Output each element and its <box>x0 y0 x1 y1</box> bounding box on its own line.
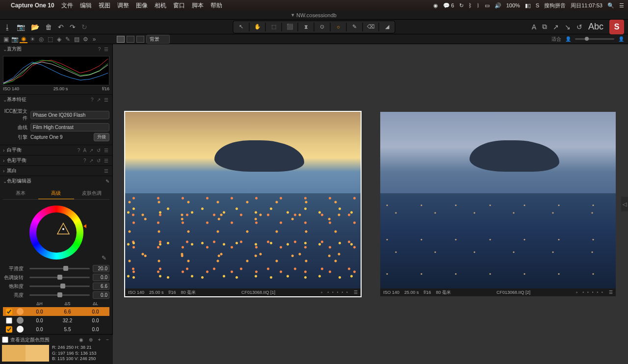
brush-tool-icon[interactable]: ✎ <box>350 23 360 31</box>
crop-tool-icon[interactable]: ⬚ <box>269 23 279 31</box>
panel-menu-icon[interactable]: ? ↗ ☰ <box>91 97 109 103</box>
image-thumbnail[interactable]: ISO 14025.00 sf/1680 毫米CF013068.IIQ [2]▫… <box>380 112 616 296</box>
lightness-slider[interactable] <box>29 294 90 296</box>
notification-icon[interactable]: ☰ <box>619 2 624 9</box>
spot-tool-icon[interactable]: ⊙ <box>317 23 327 31</box>
lightness-value[interactable]: 0.0 <box>93 291 109 299</box>
capture-icon[interactable]: 📷 <box>17 23 25 31</box>
tab-color-icon[interactable]: ◉ <box>20 35 27 43</box>
mask-tool-icon[interactable]: ○ <box>334 23 343 31</box>
globe-icon[interactable]: ◉ <box>79 337 85 342</box>
ce-tab-basic[interactable]: 基本 <box>3 188 38 199</box>
menu-edit[interactable]: 编辑 <box>80 1 92 10</box>
huerotation-value[interactable]: 0.0 <box>93 274 109 281</box>
menu-view[interactable]: 视图 <box>99 1 110 10</box>
view-range-checkbox[interactable] <box>2 337 8 343</box>
eyedropper-icon[interactable]: ✎ <box>102 255 106 261</box>
background-select[interactable]: 背景 <box>146 35 170 44</box>
delta-checkbox[interactable] <box>6 309 12 315</box>
bluetooth-icon[interactable]: ᛒ <box>469 2 472 8</box>
ce-tab-advanced[interactable]: 高级 <box>38 188 74 199</box>
smoothness-slider[interactable] <box>29 268 90 269</box>
ce-tab-skin[interactable]: 皮肤色调 <box>74 188 109 199</box>
target-icon[interactable]: ⊕ <box>89 337 95 342</box>
color-wheel[interactable] <box>29 206 83 260</box>
wechat-icon[interactable]: 💬 6 <box>443 2 454 9</box>
tab-more-icon[interactable]: » <box>90 35 98 43</box>
colorbalance-panel-header[interactable]: ›色彩平衡? ↗ ↺ ☰ <box>0 156 112 165</box>
tab-details-icon[interactable]: ◈ <box>55 35 63 43</box>
curve-select[interactable]: Film High Contrast <box>30 123 109 131</box>
battery-icon[interactable]: ▮▯ <box>525 2 531 9</box>
ime-label[interactable]: 搜狗拼音 <box>544 2 566 9</box>
app-name[interactable]: Capture One 10 <box>11 2 54 9</box>
smoothness-value[interactable]: 20.0 <box>93 265 109 272</box>
tab-lens-icon[interactable]: ◎ <box>37 35 45 43</box>
variant-icon[interactable]: ▫ <box>321 290 322 295</box>
hand-tool-icon[interactable]: ✋ <box>253 23 262 31</box>
view-grid-icon[interactable] <box>117 36 125 43</box>
view-single-icon[interactable] <box>127 36 134 43</box>
saturation-value[interactable]: 6.6 <box>93 283 109 290</box>
clock[interactable]: 周日11:07:53 <box>571 2 602 9</box>
keystone-tool-icon[interactable]: ⧗ <box>301 23 311 31</box>
saturation-slider[interactable] <box>29 286 90 287</box>
wifi-icon[interactable]: ⧘ <box>477 2 480 8</box>
copy-icon[interactable]: ⧉ <box>542 23 547 31</box>
zoom-user-icon[interactable]: 👤 <box>565 36 571 42</box>
trash-icon[interactable]: 🗑 <box>45 23 52 31</box>
wheel-triangle[interactable] <box>56 222 70 236</box>
delta-row[interactable]: 0.06.60.0 <box>3 307 109 316</box>
import-icon[interactable]: ⭳ <box>4 23 11 31</box>
search-icon[interactable]: 🔍 <box>607 2 614 9</box>
tab-exposure-icon[interactable]: ☀ <box>28 35 36 43</box>
undo-icon[interactable]: ↶ <box>58 23 64 31</box>
add-icon[interactable]: + <box>98 337 103 342</box>
abc-label[interactable]: Abc <box>588 22 603 32</box>
menu-script[interactable]: 脚本 <box>192 1 204 10</box>
color-patch-2[interactable] <box>26 345 49 362</box>
menu-camera[interactable]: 相机 <box>155 1 166 10</box>
straighten-tool-icon[interactable]: ⬛ <box>285 23 295 31</box>
menu-icon[interactable]: ☰ <box>354 290 358 295</box>
menu-image[interactable]: 图像 <box>136 1 148 10</box>
ime-icon[interactable]: S <box>536 2 539 8</box>
reset-icon[interactable]: ↺ <box>576 23 582 31</box>
annotate-icon[interactable]: A <box>532 23 536 31</box>
folder-icon[interactable]: 📂 <box>31 23 39 31</box>
display-icon[interactable]: ▭ <box>485 2 490 9</box>
delta-row[interactable]: 0.032.20.0 <box>3 316 109 325</box>
tab-crop-icon[interactable]: ⬚ <box>46 35 54 43</box>
tab-meta-icon[interactable]: ▤ <box>73 35 80 43</box>
zoom-slider[interactable] <box>575 38 614 40</box>
erase-tool-icon[interactable]: ⌫ <box>366 23 376 31</box>
image-thumbnail[interactable]: ISO 14025.00 sf/1680 毫米CF013068.IIQ [1]▫… <box>125 112 361 296</box>
menu-window[interactable]: 窗口 <box>173 1 185 10</box>
apply-up-icon[interactable]: ↗ <box>553 23 559 31</box>
wb-panel-header[interactable]: ›白平衡? A ↗ ↺ ☰ <box>0 145 112 155</box>
volume-icon[interactable]: 🔊 <box>495 2 501 9</box>
zoom-user2-icon[interactable]: 👤 <box>618 36 624 42</box>
tab-capture-icon[interactable]: 📷 <box>11 35 19 43</box>
menu-help[interactable]: 帮助 <box>210 1 222 10</box>
menu-adjust[interactable]: 调整 <box>117 1 129 10</box>
view-split-icon[interactable] <box>136 36 144 43</box>
remove-icon[interactable]: − <box>106 337 111 342</box>
menu-icon[interactable]: ☰ <box>609 290 613 295</box>
sync-icon[interactable]: ↻ <box>459 2 464 9</box>
delta-row[interactable]: 0.05.50.0 <box>3 325 109 334</box>
delta-checkbox[interactable] <box>6 326 12 333</box>
rotate-icon[interactable]: ↻ <box>81 23 87 31</box>
tab-library-icon[interactable]: ▣ <box>2 35 10 43</box>
bw-panel-header[interactable]: ›黑白☰ <box>0 166 112 176</box>
color-patch-1[interactable] <box>2 345 26 362</box>
gradient-tool-icon[interactable]: ◢ <box>382 23 392 31</box>
panel-menu-icon[interactable]: ? ☰ <box>98 47 109 52</box>
upgrade-button[interactable]: 升级 <box>94 133 109 141</box>
menu-file[interactable]: 文件 <box>61 1 73 10</box>
icc-profile-select[interactable]: Phase One IQ260 Flash <box>30 111 109 119</box>
redo-icon[interactable]: ↷ <box>70 23 76 31</box>
collapse-right-icon[interactable]: ◁ <box>621 197 628 211</box>
huerotation-slider[interactable] <box>29 277 90 278</box>
tab-adjust-icon[interactable]: ✎ <box>64 35 72 43</box>
